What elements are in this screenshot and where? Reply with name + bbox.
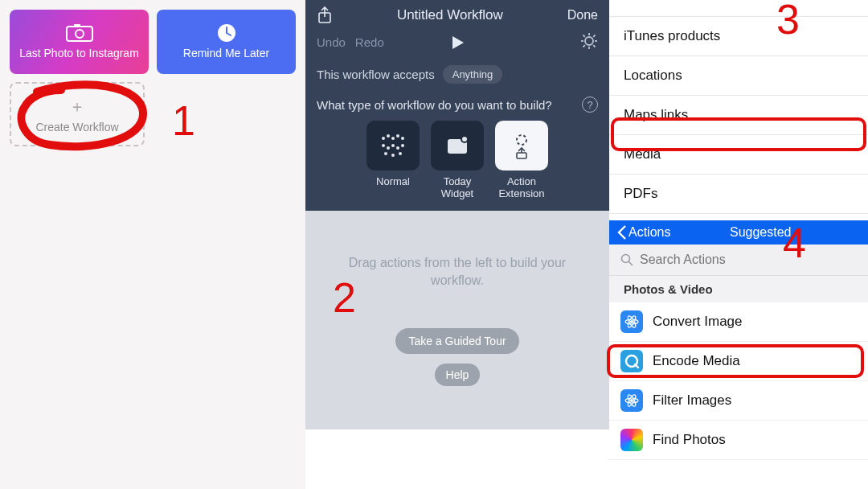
share-icon[interactable] — [317, 6, 333, 24]
type-label: Today Widget — [441, 175, 473, 199]
svg-line-32 — [629, 262, 633, 266]
svg-point-16 — [391, 137, 395, 140]
svg-point-23 — [401, 144, 404, 147]
action-item-find-photos[interactable]: Find Photos — [609, 421, 868, 460]
tile-label: Remind Me Later — [183, 47, 269, 60]
svg-point-33 — [630, 320, 633, 323]
workflow-type-normal[interactable]: Normal — [366, 121, 420, 199]
redo-button[interactable]: Redo — [355, 35, 384, 49]
svg-point-31 — [622, 255, 630, 263]
svg-line-10 — [583, 35, 585, 37]
accepts-pill[interactable]: Anything — [443, 65, 503, 84]
svg-point-38 — [630, 399, 633, 402]
back-label: Actions — [628, 225, 670, 240]
svg-line-11 — [593, 45, 595, 47]
svg-point-5 — [585, 37, 593, 45]
tile-last-photo-instagram[interactable]: Last Photo to Instagram — [10, 10, 149, 74]
svg-point-18 — [401, 137, 404, 140]
normal-icon — [366, 121, 420, 171]
workflow-canvas[interactable]: Drag actions from the left to build your… — [305, 211, 609, 429]
atom-icon — [620, 389, 643, 412]
workflow-list-panel: Last Photo to Instagram Remind Me Later … — [0, 0, 305, 489]
editor-title: Untitled Workflow — [397, 7, 503, 23]
clock-icon — [212, 24, 241, 42]
category-item-media[interactable]: Media — [609, 135, 868, 175]
group-header-photos-video: Photos & Video — [609, 276, 868, 302]
chevron-left-icon — [617, 225, 627, 240]
svg-point-22 — [396, 146, 399, 150]
create-workflow-label: Create Workflow — [35, 121, 118, 134]
play-icon[interactable] — [450, 35, 465, 50]
suggested-title: Suggested — [730, 225, 792, 240]
accepts-label: This workflow accepts — [317, 68, 435, 81]
svg-point-21 — [391, 144, 395, 147]
search-icon — [620, 253, 633, 266]
tile-remind-me-later[interactable]: Remind Me Later — [157, 10, 296, 74]
action-item-encode-media[interactable]: Encode Media — [609, 342, 868, 381]
svg-rect-2 — [74, 24, 80, 27]
workflow-type-action-extension[interactable]: Action Extension — [495, 121, 548, 199]
search-actions-bar[interactable] — [609, 244, 868, 276]
svg-point-24 — [384, 152, 387, 155]
done-button[interactable]: Done — [567, 8, 598, 23]
svg-point-25 — [391, 154, 395, 157]
guided-tour-button[interactable]: Take a Guided Tour — [395, 328, 518, 354]
atom-icon — [620, 310, 643, 333]
choose-title: What type of workflow do you want to bui… — [317, 98, 552, 112]
category-item-locations[interactable]: Locations — [609, 56, 868, 96]
camera-icon — [65, 24, 94, 42]
action-label: Filter Images — [653, 392, 731, 409]
gear-icon[interactable] — [580, 32, 598, 50]
plus-icon: ＋ — [69, 96, 85, 117]
actions-search-panel: Actions Suggested Photos & Video Convert… — [609, 220, 868, 460]
back-actions-button[interactable]: Actions — [617, 225, 670, 240]
category-list-panel: iTunes products Locations Maps links Med… — [609, 0, 868, 253]
help-icon[interactable]: ? — [582, 97, 598, 113]
action-extension-icon — [495, 121, 548, 171]
svg-point-17 — [396, 134, 399, 138]
type-label: Normal — [376, 175, 410, 187]
today-widget-icon — [431, 121, 484, 171]
svg-point-29 — [517, 135, 526, 145]
svg-point-1 — [76, 30, 84, 38]
canvas-hint: Drag actions from the left to build your… — [305, 254, 609, 289]
action-item-convert-image[interactable]: Convert Image — [609, 302, 868, 342]
quicktime-icon — [620, 350, 643, 372]
svg-point-28 — [461, 136, 468, 142]
search-input[interactable] — [640, 253, 857, 267]
create-workflow-button[interactable]: ＋ Create Workflow — [10, 82, 145, 146]
svg-point-19 — [382, 144, 385, 147]
action-label: Convert Image — [653, 314, 743, 330]
tile-label: Last Photo to Instagram — [19, 47, 139, 60]
category-item-maps[interactable]: Maps links — [609, 96, 868, 135]
type-label: Action Extension — [498, 175, 544, 199]
undo-button[interactable]: Undo — [317, 35, 346, 49]
action-item-filter-images[interactable]: Filter Images — [609, 381, 868, 421]
action-label: Encode Media — [653, 353, 740, 369]
svg-line-13 — [583, 45, 585, 47]
svg-rect-30 — [517, 153, 526, 158]
svg-point-26 — [399, 152, 402, 155]
workflow-editor-panel: Untitled Workflow Done Undo Redo This wo… — [305, 0, 609, 429]
annotation-number-1: 1 — [172, 97, 195, 145]
svg-point-20 — [387, 146, 390, 150]
workflow-type-today-widget[interactable]: Today Widget — [431, 121, 484, 199]
category-item-pdfs[interactable]: PDFs — [609, 175, 868, 214]
svg-point-15 — [387, 134, 390, 138]
svg-point-14 — [382, 137, 385, 140]
svg-rect-0 — [67, 27, 92, 41]
photos-icon — [620, 429, 643, 451]
action-label: Find Photos — [653, 432, 726, 448]
category-item-itunes[interactable]: iTunes products — [609, 16, 868, 56]
help-button[interactable]: Help — [435, 364, 481, 386]
svg-line-12 — [593, 35, 595, 37]
